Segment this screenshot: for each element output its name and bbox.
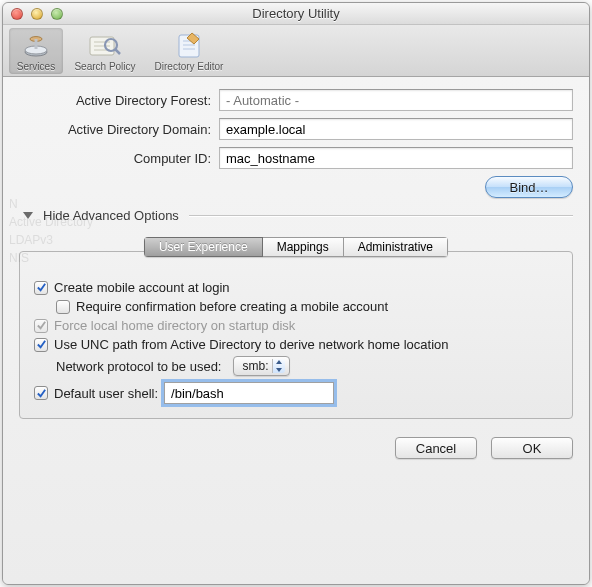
disclosure-label: Hide Advanced Options <box>43 208 179 223</box>
titlebar: Directory Utility <box>3 3 589 25</box>
input-forest[interactable] <box>219 89 573 111</box>
row-domain: Active Directory Domain: <box>19 118 573 140</box>
label-default-shell: Default user shell: <box>54 386 158 401</box>
checkbox-icon[interactable] <box>56 300 70 314</box>
row-forest: Active Directory Forest: <box>19 89 573 111</box>
separator <box>189 215 573 216</box>
label-computer: Computer ID: <box>19 151 219 166</box>
row-computer: Computer ID: <box>19 147 573 169</box>
popup-net-proto[interactable]: smb: <box>233 356 289 376</box>
input-default-shell[interactable] <box>164 382 334 404</box>
tab-segment: User Experience Mappings Administrative <box>144 237 448 257</box>
traffic-lights <box>3 8 63 20</box>
svg-rect-3 <box>35 39 38 49</box>
search-policy-icon <box>71 30 139 60</box>
label-net-proto: Network protocol to be used: <box>56 359 221 374</box>
svg-line-9 <box>115 49 120 54</box>
services-icon <box>11 30 61 60</box>
zoom-icon[interactable] <box>51 8 63 20</box>
toolbar: Services Search Policy <box>3 25 589 77</box>
options-panel: Create mobile account at login Require c… <box>19 251 573 419</box>
label-domain: Active Directory Domain: <box>19 122 219 137</box>
window: Directory Utility Services <box>2 2 590 585</box>
input-domain[interactable] <box>219 118 573 140</box>
option-force-local: Force local home directory on startup di… <box>34 318 558 333</box>
close-icon[interactable] <box>11 8 23 20</box>
bind-row: Bind… <box>19 176 573 198</box>
input-computer[interactable] <box>219 147 573 169</box>
checkbox-icon[interactable] <box>34 281 48 295</box>
option-default-shell: Default user shell: <box>34 382 558 404</box>
updown-arrows-icon <box>275 360 283 372</box>
popup-value: smb: <box>242 359 268 373</box>
label-forest: Active Directory Forest: <box>19 93 219 108</box>
row-net-proto: Network protocol to be used: smb: <box>56 356 558 376</box>
option-require-confirm[interactable]: Require confirmation before creating a m… <box>56 299 558 314</box>
ok-button[interactable]: OK <box>491 437 573 459</box>
bind-button[interactable]: Bind… <box>485 176 573 198</box>
tab-administrative[interactable]: Administrative <box>344 237 448 257</box>
toolbar-label: Search Policy <box>71 61 139 72</box>
option-label: Require confirmation before creating a m… <box>76 299 388 314</box>
option-use-unc[interactable]: Use UNC path from Active Directory to de… <box>34 337 558 352</box>
tab-user-experience[interactable]: User Experience <box>144 237 263 257</box>
disclosure-triangle-icon[interactable] <box>23 212 33 219</box>
option-label: Create mobile account at login <box>54 280 230 295</box>
toolbar-label: Services <box>11 61 61 72</box>
toolbar-item-services[interactable]: Services <box>9 28 63 74</box>
toolbar-item-search-policy[interactable]: Search Policy <box>69 28 141 74</box>
footer: Cancel OK <box>19 437 573 459</box>
checkbox-icon[interactable] <box>34 386 48 400</box>
option-label: Use UNC path from Active Directory to de… <box>54 337 449 352</box>
cancel-button[interactable]: Cancel <box>395 437 477 459</box>
tab-mappings[interactable]: Mappings <box>263 237 344 257</box>
toolbar-item-directory-editor[interactable]: Directory Editor <box>147 28 231 74</box>
content-area: N Active Directory LDAPv3 NIS Active Dir… <box>3 77 589 584</box>
minimize-icon[interactable] <box>31 8 43 20</box>
window-title: Directory Utility <box>3 6 589 21</box>
option-label: Force local home directory on startup di… <box>54 318 295 333</box>
toolbar-label: Directory Editor <box>149 61 229 72</box>
checkbox-icon[interactable] <box>34 338 48 352</box>
disclosure-row[interactable]: Hide Advanced Options <box>19 208 573 223</box>
checkbox-icon <box>34 319 48 333</box>
directory-editor-icon <box>149 30 229 60</box>
option-create-mobile[interactable]: Create mobile account at login <box>34 280 558 295</box>
